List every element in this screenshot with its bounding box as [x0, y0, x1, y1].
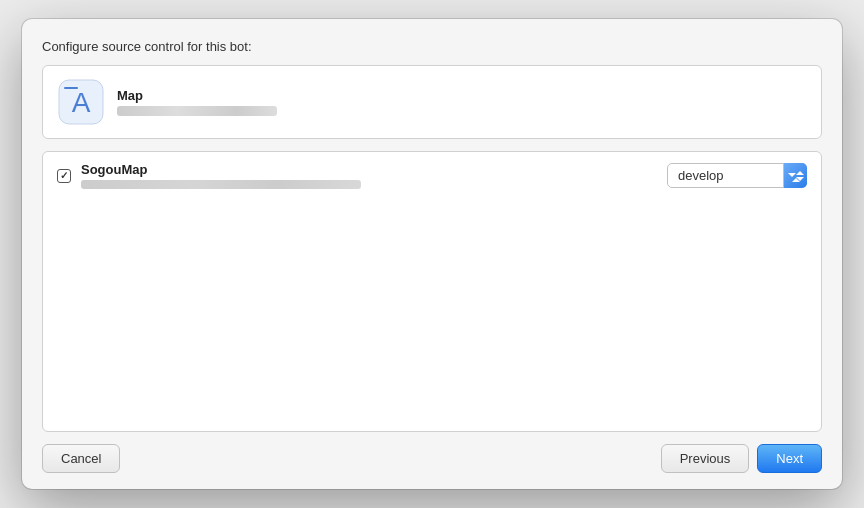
footer-right: Previous Next — [661, 444, 822, 473]
dialog-title: Configure source control for this bot: — [42, 39, 252, 54]
repo-name: SogouMap — [81, 162, 657, 177]
dialog-header: Configure source control for this bot: — [22, 19, 842, 65]
next-button[interactable]: Next — [757, 444, 822, 473]
repos-container: SogouMap develop master release staging — [42, 151, 822, 432]
dialog-footer: Cancel Previous Next — [22, 432, 842, 489]
configure-source-control-dialog: Configure source control for this bot: A… — [22, 19, 842, 489]
svg-text:A: A — [72, 87, 91, 118]
repo-url — [81, 180, 361, 189]
dialog-body: A Map SogouMap — [22, 65, 842, 432]
project-subtitle — [117, 106, 277, 116]
repo-row: SogouMap develop master release staging — [43, 152, 821, 199]
project-name: Map — [117, 88, 277, 103]
cancel-button[interactable]: Cancel — [42, 444, 120, 473]
project-info: Map — [117, 88, 277, 116]
branch-select[interactable]: develop master release staging — [667, 163, 807, 188]
repo-checkbox[interactable] — [57, 169, 71, 183]
previous-button[interactable]: Previous — [661, 444, 750, 473]
repo-info: SogouMap — [81, 162, 657, 189]
project-icon: A — [57, 78, 105, 126]
branch-select-wrapper[interactable]: develop master release staging — [667, 163, 807, 188]
project-card: A Map — [42, 65, 822, 139]
